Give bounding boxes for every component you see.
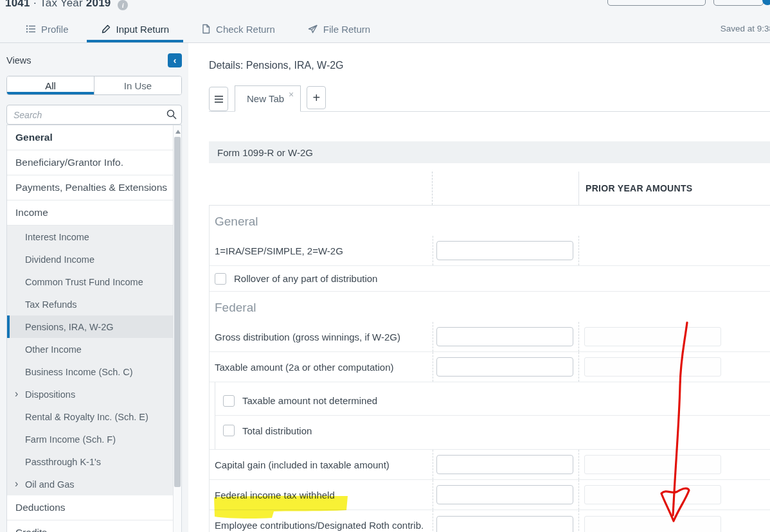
document-icon	[201, 24, 211, 34]
sidebar-item-oil-and-gas[interactable]: › Oil and Gas	[7, 473, 173, 495]
sidebar-item-deductions[interactable]: Deductions	[7, 495, 173, 520]
add-tab-button[interactable]: +	[307, 86, 326, 109]
return-title: 1041 · Tax Year 2019 i	[5, 0, 128, 10]
federal-withheld-label: Federal income tax withheld	[210, 490, 433, 501]
tab-input-return[interactable]: Input Return	[101, 15, 170, 42]
row-ira-sep-simple: 1=IRA/SEP/SIMPLE, 2=W-2G	[210, 236, 770, 266]
sidebar-item-beneficiary-grantor[interactable]: Beneficiary/Grantor Info.	[7, 150, 173, 175]
sidebar-item-passthrough-k1[interactable]: Passthrough K-1's	[7, 450, 173, 473]
employee-contributions-input[interactable]	[436, 516, 573, 532]
views-title: Views	[6, 55, 31, 66]
tax-year-label: Tax Year	[40, 0, 83, 9]
section-title-general: General	[210, 206, 770, 236]
total-distribution-checkbox[interactable]	[223, 425, 235, 436]
details-title: Details: Pensions, IRA, W-2G	[209, 60, 770, 71]
list-icon	[26, 24, 36, 34]
document-tab-bar: New Tab × +	[209, 85, 770, 112]
sidebar: Views ‹ All In Use General Beneficiary/G…	[0, 43, 188, 532]
toggle-in-use-button[interactable]: In Use	[94, 76, 181, 94]
sidebar-item-business-income[interactable]: Business Income (Sch. C)	[7, 360, 173, 383]
taxable-not-determined-checkbox[interactable]	[223, 395, 235, 407]
info-icon[interactable]: i	[118, 0, 128, 10]
gross-distribution-input[interactable]	[436, 327, 573, 346]
sidebar-nav-list: General Beneficiary/Grantor Info. Paymen…	[6, 125, 182, 532]
sidebar-item-pensions-ira-w2g[interactable]: Pensions, IRA, W-2G	[7, 315, 173, 338]
section-title-federal: Federal	[210, 292, 770, 322]
row-taxable-amount: Taxable amount (2a or other computation)	[210, 352, 770, 382]
sidebar-item-payments-penalties[interactable]: Payments, Penalties & Extensions	[7, 175, 173, 200]
sidebar-search	[6, 105, 182, 125]
federal-withheld-input[interactable]	[436, 485, 573, 504]
sidebar-scrollbar[interactable]	[173, 125, 181, 532]
employee-contributions-prior-value	[584, 516, 721, 532]
federal-withheld-prior-value	[584, 485, 721, 504]
sidebar-item-income[interactable]: Income	[7, 200, 173, 226]
view-toggle: All In Use	[6, 76, 182, 95]
taxable-amount-input[interactable]	[436, 357, 573, 377]
taxable-subgroup: Taxable amount not determined Total dist…	[210, 382, 770, 450]
tab-check-return[interactable]: Check Return	[201, 15, 275, 42]
tab-profile[interactable]: Profile	[26, 15, 69, 42]
sidebar-item-farm-income[interactable]: Farm Income (Sch. F)	[7, 428, 173, 450]
tax-year-value: 2019	[86, 0, 111, 9]
tab-profile-label: Profile	[41, 24, 69, 35]
scrollbar-thumb[interactable]	[174, 137, 181, 487]
capital-gain-input[interactable]	[436, 455, 573, 474]
taxable-amount-prior-value	[584, 357, 721, 377]
field-label: Employee contributions/Designated Roth c…	[210, 520, 433, 531]
row-total-distribution: Total distribution	[215, 416, 770, 445]
form-panel: General 1=IRA/SEP/SIMPLE, 2=W-2G Rollove…	[209, 205, 770, 532]
row-taxable-not-determined: Taxable amount not determined	[215, 386, 770, 416]
row-rollover: Rollover of any part of distribution	[210, 266, 770, 292]
rollover-checkbox[interactable]	[215, 273, 226, 285]
total-distribution-label: Total distribution	[242, 425, 312, 436]
ira-sep-simple-input[interactable]	[436, 241, 573, 260]
main-content: Details: Pensions, IRA, W-2G New Tab × +…	[188, 43, 770, 532]
main-tab-row: Profile Input Return Check Return File R…	[26, 15, 370, 42]
sidebar-item-dividend-income[interactable]: Dividend Income	[7, 248, 173, 270]
top-partial-button-1[interactable]	[607, 0, 706, 6]
rollover-label: Rollover of any part of distribution	[234, 273, 377, 284]
top-blue-badge	[762, 0, 770, 5]
sidebar-item-common-trust-fund[interactable]: Common Trust Fund Income	[7, 270, 173, 293]
scrollbar-up-arrow[interactable]	[175, 130, 181, 134]
sidebar-collapse-button[interactable]: ‹	[168, 53, 182, 67]
chevron-right-icon: ›	[15, 478, 18, 490]
search-input[interactable]	[6, 105, 182, 125]
sidebar-item-dispositions[interactable]: › Dispositions	[7, 383, 173, 405]
field-label: Taxable amount (2a or other computation)	[210, 362, 433, 373]
doc-tab-label: New Tab	[247, 93, 284, 104]
send-icon	[307, 24, 318, 34]
taxable-not-determined-label: Taxable amount not determined	[242, 395, 377, 406]
close-tab-icon[interactable]: ×	[289, 89, 294, 100]
sidebar-item-other-income[interactable]: Other Income	[7, 338, 173, 360]
column-header-row: PRIOR YEAR AMOUNTS	[209, 172, 770, 205]
saved-status: Saved at 9:38	[721, 24, 770, 33]
row-gross-distribution: Gross distribution (gross winnings, if W…	[210, 322, 770, 352]
doc-tab-new-tab[interactable]: New Tab ×	[235, 85, 301, 112]
sidebar-item-interest-income[interactable]: Interest Income	[7, 226, 173, 248]
tab-input-return-label: Input Return	[116, 24, 170, 35]
search-icon	[166, 109, 177, 120]
toggle-all-button[interactable]: All	[7, 76, 94, 94]
form-section-band: Form 1099-R or W-2G	[209, 141, 770, 163]
tab-menu-button[interactable]	[209, 87, 228, 111]
return-type: 1041	[5, 0, 30, 9]
sidebar-item-rental-royalty[interactable]: Rental & Royalty Inc. (Sch. E)	[7, 405, 173, 428]
row-federal-withheld: Federal income tax withheld	[210, 480, 770, 510]
top-partial-button-2[interactable]	[713, 0, 764, 6]
app-header: 1041 · Tax Year 2019 i Profile Input Ret…	[0, 0, 770, 43]
chevron-right-icon: ›	[15, 388, 18, 400]
sidebar-item-credits[interactable]: Credits	[7, 520, 173, 532]
field-label: Gross distribution (gross winnings, if W…	[210, 332, 433, 342]
title-dot: ·	[33, 0, 37, 9]
field-label: 1=IRA/SEP/SIMPLE, 2=W-2G	[210, 245, 433, 256]
tab-file-return[interactable]: File Return	[307, 15, 370, 42]
prior-year-amounts-header: PRIOR YEAR AMOUNTS	[586, 183, 692, 193]
row-employee-contributions: Employee contributions/Designated Roth c…	[210, 510, 770, 532]
sidebar-item-tax-refunds[interactable]: Tax Refunds	[7, 293, 173, 315]
sidebar-item-general[interactable]: General	[7, 125, 173, 150]
pencil-icon	[101, 24, 111, 34]
field-label: Capital gain (included in taxable amount…	[210, 459, 433, 470]
tab-file-return-label: File Return	[323, 24, 370, 35]
